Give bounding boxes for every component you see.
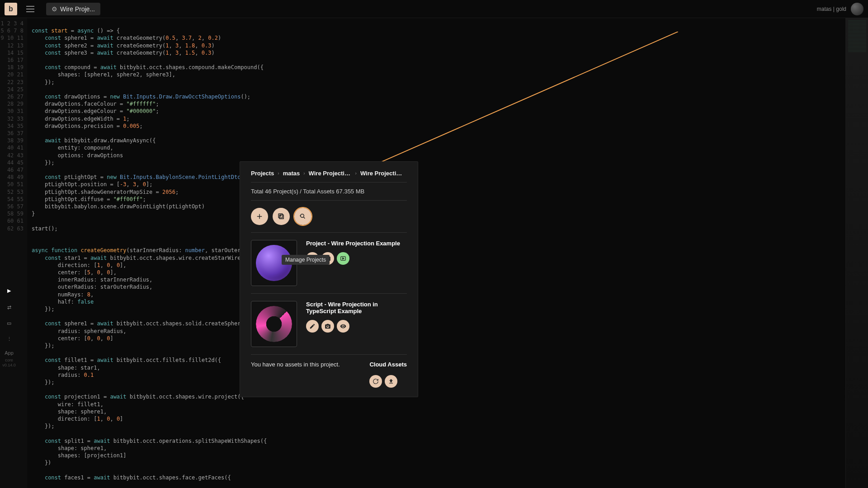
project-title: Wire Proje... [60, 5, 95, 13]
manage-projects-button[interactable] [294, 208, 311, 225]
add-multi-button[interactable] [273, 208, 290, 225]
visibility-button[interactable] [337, 320, 349, 333]
cloud-assets-label: Cloud Assets [369, 361, 407, 368]
more-icon[interactable]: ⋮ [5, 334, 14, 343]
breadcrumb-project[interactable]: Wire Projection... [309, 170, 352, 177]
add-button[interactable] [251, 208, 268, 225]
no-assets-message: You have no assets in this project. [251, 361, 340, 368]
topbar: b ⚙ Wire Proje... matas | gold [0, 0, 868, 18]
projects-modal: Projects › matas › Wire Projection... › … [240, 161, 418, 397]
topbar-right: matas | gold [817, 3, 863, 15]
user-label: matas | gold [817, 6, 846, 12]
project-stats: Total 46 Project(s) / Total Assets 67.35… [251, 183, 407, 201]
run-panel: ▶ [3, 286, 15, 295]
chevron-right-icon: › [355, 171, 357, 176]
minimap[interactable] [845, 18, 868, 488]
app-label: App [5, 350, 14, 356]
upload-button[interactable] [385, 375, 397, 388]
project-title: Project - Wire Projection Example [306, 240, 407, 247]
refresh-button[interactable] [369, 375, 382, 388]
svg-line-8 [304, 217, 305, 219]
cloud-assets-row: You have no assets in this project. Clou… [251, 355, 407, 388]
menu-icon[interactable] [26, 4, 37, 14]
folder-icon[interactable]: ▭ [5, 319, 14, 328]
breadcrumb-projects[interactable]: Projects [251, 170, 274, 177]
edit-button[interactable] [306, 320, 319, 333]
svg-point-7 [301, 214, 304, 218]
script-title: Script - Wire Projection in TypeScript E… [306, 301, 407, 314]
breadcrumb-user[interactable]: matas [283, 170, 300, 177]
script-thumbnail[interactable] [251, 301, 297, 347]
chevron-right-icon: › [303, 171, 305, 176]
modal-action-row: Manage Projects [251, 201, 407, 233]
tooltip: Manage Projects [282, 255, 330, 265]
play-video-button[interactable] [337, 252, 349, 265]
avatar[interactable] [851, 3, 863, 15]
svg-marker-11 [343, 258, 344, 259]
play-icon[interactable]: ▶ [5, 286, 14, 295]
code-editor[interactable]: const start = async () => { const sphere… [27, 18, 845, 488]
version-label: core v0.14.0 [2, 358, 16, 368]
main-area: 1 2 3 4 5 6 7 8 9 10 11 12 13 14 15 16 1… [0, 18, 868, 488]
svg-rect-3 [279, 215, 283, 219]
camera-button[interactable] [321, 320, 334, 333]
chevron-right-icon: › [278, 171, 279, 176]
swap-icon[interactable]: ⇄ [5, 303, 14, 312]
breadcrumbs: Projects › matas › Wire Projection... › … [251, 170, 407, 183]
breadcrumb-current: Wire Projection... [360, 170, 403, 177]
app-logo[interactable]: b [5, 3, 17, 15]
project-row-2: Script - Wire Projection in TypeScript E… [251, 294, 407, 355]
line-gutter: 1 2 3 4 5 6 7 8 9 10 11 12 13 14 15 16 1… [0, 18, 27, 488]
project-title-chip[interactable]: ⚙ Wire Proje... [46, 3, 100, 15]
gear-icon: ⚙ [52, 5, 57, 13]
